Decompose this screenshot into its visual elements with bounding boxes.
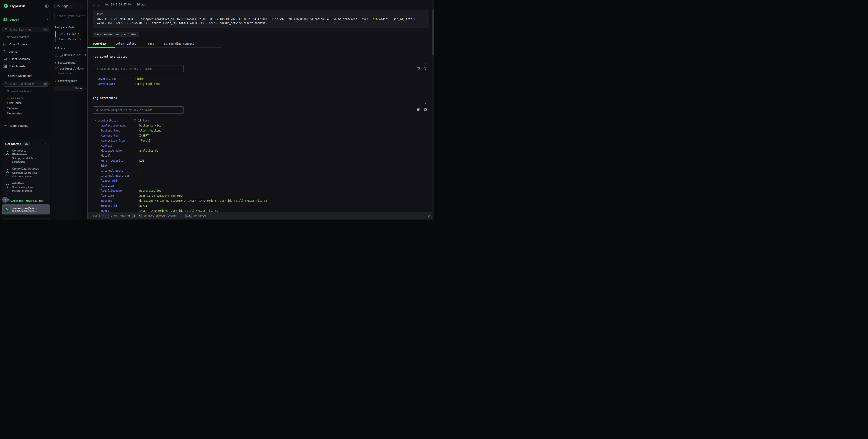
attribute-value[interactable]: "" <box>138 144 141 147</box>
load-more-button[interactable]: › Load more <box>55 72 87 75</box>
gear-icon[interactable] <box>424 67 427 71</box>
filter-group-severitytext[interactable]: › SeverityText <box>55 79 87 83</box>
attribute-key[interactable]: application_name <box>101 124 138 127</box>
sidebar-item-alerts[interactable]: Alerts <box>0 48 52 55</box>
attribute-value[interactable]: "info" <box>135 77 145 81</box>
attribute-row[interactable]: connection_from "[local]" <box>93 138 429 143</box>
attribute-value[interactable]: "duration: 45.950 ms statement: INSERT I… <box>138 199 270 202</box>
attribute-key[interactable]: SeverityText <box>98 77 135 81</box>
attribute-row[interactable]: ServiceName "postgresql-demo" <box>93 82 429 86</box>
create-dashboard-button[interactable]: + Create Dashboard <box>0 71 52 80</box>
attribute-value[interactable]: "" <box>138 174 141 177</box>
preset-item[interactable]: ClickHouse <box>0 100 52 105</box>
attribute-key[interactable]: LogAttributes <box>97 119 133 122</box>
filter-group-servicename[interactable]: ▼ ServiceName <box>55 61 87 64</box>
attribute-key[interactable]: internal_query <box>101 169 138 172</box>
attribute-key[interactable]: internal_query_pos <box>101 174 138 177</box>
attribute-key[interactable]: connection_from <box>101 139 138 142</box>
scrollbar-thumb[interactable] <box>432 9 434 55</box>
saved-searches-input[interactable]: Saved Searches ⌘K <box>2 27 50 32</box>
attribute-row[interactable]: process_id "88711" <box>93 203 429 208</box>
attribute-row[interactable]: hint "" <box>93 163 429 168</box>
attribute-row[interactable]: internal_query "" <box>93 168 429 173</box>
attribute-value[interactable]: "backup_service" <box>138 124 163 127</box>
attribute-value[interactable]: "postgresql.log" <box>138 189 163 192</box>
attribute-row[interactable]: internal_query_pos "" <box>93 173 429 178</box>
attribute-key[interactable]: message <box>101 199 138 202</box>
mode-event-patterns[interactable]: Event Patterns <box>55 37 87 42</box>
tab-column-values[interactable]: Column Values <box>116 42 136 45</box>
preset-item[interactable]: Kubernetes <box>0 111 52 116</box>
attribute-key[interactable]: context <box>101 144 138 147</box>
attribute-value[interactable]: "88711" <box>138 204 149 208</box>
properties-search-input[interactable]: Search properties by key or value <box>93 65 184 72</box>
attribute-row[interactable]: message "duration: 45.950 ms statement: … <box>93 198 429 203</box>
attribute-row[interactable]: application_name "backup_service" <box>93 123 429 128</box>
gear-icon[interactable] <box>424 108 427 112</box>
chevron-up-icon[interactable] <box>44 143 47 145</box>
attribute-row[interactable]: log.file.name "postgresql.log" <box>93 188 429 193</box>
get-started-task[interactable]: Connect to ClickHouse Set up your databa… <box>5 149 47 164</box>
service-option-checkbox[interactable] <box>55 67 58 70</box>
chevron-up-icon[interactable] <box>46 65 49 67</box>
attribute-key[interactable]: location <box>101 184 138 187</box>
attribute-value[interactable]: "" <box>138 154 141 157</box>
attribute-key[interactable]: log_time <box>101 194 138 197</box>
attribute-value[interactable]: "" <box>138 169 141 172</box>
log-attributes-root-row[interactable]: ▼ LogAttributes {} 28 keys <box>93 118 429 123</box>
attribute-key[interactable]: ServiceName <box>98 82 135 86</box>
attribute-value[interactable]: "" <box>138 184 141 187</box>
attribute-key[interactable]: database_name <box>101 149 138 152</box>
sidebar-item-dashboards[interactable]: Dashboards <box>0 62 52 70</box>
tab-trace[interactable]: Trace <box>146 42 154 45</box>
attribute-value[interactable]: "analytics_db" <box>138 149 160 152</box>
attribute-row[interactable]: location "" <box>93 183 429 188</box>
attribute-key[interactable]: error_severity <box>101 159 138 162</box>
attribute-key[interactable]: hint <box>101 164 138 167</box>
get-started-task[interactable]: Create Data Sources Configure where your… <box>5 167 47 178</box>
sidebar-collapse-icon[interactable] <box>45 4 49 8</box>
saved-dashboards-input[interactable]: Saved Dashboards ⌘K <box>2 81 50 87</box>
attribute-row[interactable]: log_time "2025-11-10 23:59:47.000 UTC" <box>93 193 429 198</box>
wrap-lines-icon[interactable] <box>417 108 420 112</box>
attribute-key[interactable]: backend_type <box>101 129 138 132</box>
attribute-value[interactable]: "[local]" <box>138 139 152 142</box>
attribute-key[interactable]: command_tag <box>101 134 138 137</box>
attribute-row[interactable]: leader_pid "" <box>93 178 429 183</box>
attribute-value[interactable]: "" <box>138 179 141 182</box>
attribute-value[interactable]: "LOG" <box>138 159 146 162</box>
attribute-row[interactable]: context "" <box>93 143 429 148</box>
chevron-up-icon[interactable] <box>46 19 49 21</box>
attribute-value[interactable]: "postgresql-demo" <box>135 82 162 86</box>
more-filters-button[interactable]: More filters <box>55 86 87 91</box>
source-selector-button[interactable]: Logs <box>55 3 87 9</box>
sidebar-item-client-sessions[interactable]: Client Sessions <box>0 55 52 62</box>
attribute-row[interactable]: detail "" <box>93 153 429 158</box>
sidebar-item-team-settings[interactable]: Team Settings <box>0 122 52 129</box>
attribute-key[interactable]: process_id <box>101 204 138 208</box>
attribute-row[interactable]: command_tag "INSERT" <box>93 133 429 138</box>
get-started-task[interactable]: Add Data Start sending logs, metrics, or… <box>5 182 47 193</box>
attribute-key[interactable]: log.file.name <box>101 189 138 192</box>
sidebar-item-search[interactable]: Search <box>0 15 52 24</box>
properties-search-input[interactable]: Search properties by key or value <box>93 106 184 114</box>
sidebar-item-chart-explorer[interactable]: Chart Explorer <box>0 40 52 48</box>
attribute-value[interactable]: "2025-11-10 23:59:47.000 UTC" <box>138 194 184 197</box>
attribute-value[interactable]: "" <box>138 164 141 167</box>
denoise-checkbox[interactable] <box>55 54 58 57</box>
bottom-banner-partial[interactable] <box>2 218 51 220</box>
attribute-row[interactable]: SeverityText "info" <box>93 76 429 82</box>
presets-toggle[interactable]: PRESETS <box>0 97 52 100</box>
help-button[interactable]: ? <box>2 197 8 202</box>
attribute-row[interactable]: backend_type "client backend" <box>93 128 429 133</box>
tree-collapse-caret[interactable]: ▼ <box>95 120 96 122</box>
tab-overview[interactable]: Overview <box>93 42 105 45</box>
wrap-lines-icon[interactable] <box>417 67 420 71</box>
event-search-input[interactable]: Search your events... <box>55 12 87 20</box>
user-menu[interactable]: D dominic.tran@clic... dominic.tran@clic… <box>2 204 51 215</box>
attribute-value[interactable]: "client backend" <box>138 129 163 132</box>
attribute-row[interactable]: database_name "analytics_db" <box>93 148 429 153</box>
attribute-row[interactable]: error_severity "LOG" <box>93 158 429 163</box>
preset-item[interactable]: Services <box>0 105 52 111</box>
tab-surrounding-context[interactable]: Surrounding Context <box>164 42 194 45</box>
